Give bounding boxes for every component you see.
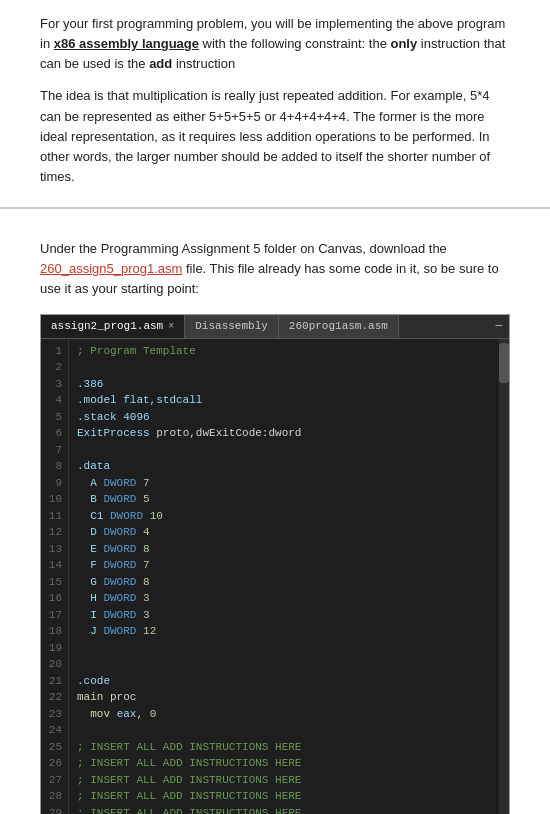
code-line-18: J DWORD 12 — [77, 623, 491, 640]
code-line-6: ExitProcess proto,dwExitCode:dword — [77, 425, 491, 442]
line-numbers: 12345 678910 1112131415 1617181920 21222… — [41, 339, 69, 814]
code-line-20 — [77, 656, 491, 673]
code-line-14: F DWORD 7 — [77, 557, 491, 574]
code-line-19 — [77, 640, 491, 657]
tab-disassembly[interactable]: Disassembly — [185, 315, 279, 338]
code-line-13: E DWORD 8 — [77, 541, 491, 558]
code-line-10: B DWORD 5 — [77, 491, 491, 508]
paragraph-2: The idea is that multiplication is reall… — [40, 86, 510, 187]
code-line-24 — [77, 722, 491, 739]
tab-close-icon-1[interactable]: × — [168, 321, 174, 332]
code-line-17: I DWORD 3 — [77, 607, 491, 624]
tab-label-2: Disassembly — [195, 320, 268, 332]
editor-tabs: assign2_prog1.asm × Disassembly 260prog1… — [41, 315, 509, 339]
editor-minimize-icon[interactable]: − — [495, 318, 509, 334]
code-line-11: C1 DWORD 10 — [77, 508, 491, 525]
code-line-5: .stack 4096 — [77, 409, 491, 426]
code-line-21: .code — [77, 673, 491, 690]
code-line-4: .model flat,stdcall — [77, 392, 491, 409]
code-line-16: H DWORD 3 — [77, 590, 491, 607]
code-line-27: ; INSERT ALL ADD INSTRUCTIONS HERE — [77, 772, 491, 789]
code-line-26: ; INSERT ALL ADD INSTRUCTIONS HERE — [77, 755, 491, 772]
code-line-22: main proc — [77, 689, 491, 706]
section-bottom: Under the Programming Assignment 5 folde… — [0, 209, 550, 814]
scrollbar[interactable] — [499, 339, 509, 814]
paragraph-1: For your first programming problem, you … — [40, 14, 510, 74]
code-line-1: ; Program Template — [77, 343, 491, 360]
para1-add: add — [149, 56, 172, 71]
code-line-25: ; INSERT ALL ADD INSTRUCTIONS HERE — [77, 739, 491, 756]
tab-label-3: 260prog1asm.asm — [289, 320, 388, 332]
code-line-8: .data — [77, 458, 491, 475]
code-line-29: ; INSERT ALL ADD INSTRUCTIONS HERE — [77, 805, 491, 814]
code-line-3: .386 — [77, 376, 491, 393]
para1-end: instruction — [172, 56, 235, 71]
section-top: For your first programming problem, you … — [0, 0, 550, 209]
scrollbar-thumb[interactable] — [499, 343, 509, 383]
intro-paragraph: Under the Programming Assignment 5 folde… — [40, 239, 510, 299]
code-line-15: G DWORD 8 — [77, 574, 491, 591]
page-container: For your first programming problem, you … — [0, 0, 550, 814]
tab-assign2-prog1[interactable]: assign2_prog1.asm × — [41, 315, 185, 338]
para1-only: only — [390, 36, 417, 51]
code-lines: ; Program Template .386 .model flat,stdc… — [69, 339, 499, 814]
code-line-2 — [77, 359, 491, 376]
tab-label-1: assign2_prog1.asm — [51, 320, 163, 332]
code-line-9: A DWORD 7 — [77, 475, 491, 492]
tab-260prog1[interactable]: 260prog1asm.asm — [279, 315, 399, 338]
code-line-28: ; INSERT ALL ADD INSTRUCTIONS HERE — [77, 788, 491, 805]
editor-body: 12345 678910 1112131415 1617181920 21222… — [41, 339, 509, 814]
para1-after1: with the following constraint: the — [199, 36, 391, 51]
code-line-12: D DWORD 4 — [77, 524, 491, 541]
intro-link[interactable]: 260_assign5_prog1.asm — [40, 261, 182, 276]
code-line-23: mov eax, 0 — [77, 706, 491, 723]
intro-before: Under the Programming Assignment 5 folde… — [40, 241, 447, 256]
code-editor: assign2_prog1.asm × Disassembly 260prog1… — [40, 314, 510, 814]
code-line-7 — [77, 442, 491, 459]
para1-link: x86 assembly language — [54, 36, 199, 51]
